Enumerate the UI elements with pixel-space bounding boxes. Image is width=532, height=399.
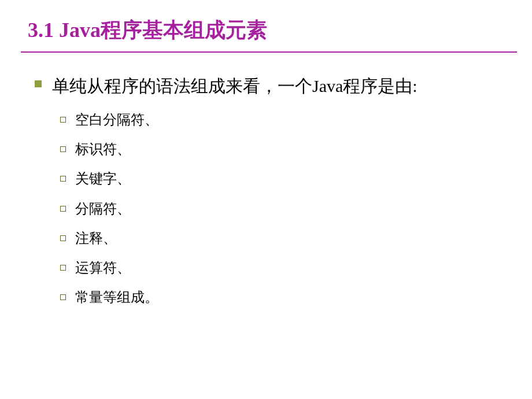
list-item: 运算符、 bbox=[60, 259, 509, 277]
main-item-text: 单纯从程序的语法组成来看，一个Java程序是由: bbox=[52, 71, 418, 101]
title-underline bbox=[21, 51, 517, 53]
slide-title: 3.1 Java程序基本组成元素 bbox=[28, 16, 509, 45]
list-item: 关键字、 bbox=[60, 170, 509, 188]
list-item: 注释、 bbox=[60, 230, 509, 247]
sub-list: 空白分隔符、 标识符、 关键字、 分隔符、 注释、 运算符、 常量等组成。 bbox=[28, 111, 509, 306]
hollow-square-bullet-icon bbox=[60, 176, 66, 182]
list-item: 常量等组成。 bbox=[60, 289, 509, 306]
sub-item-text: 运算符、 bbox=[75, 259, 131, 277]
hollow-square-bullet-icon bbox=[60, 294, 66, 300]
sub-item-text: 标识符、 bbox=[75, 141, 131, 158]
hollow-square-bullet-icon bbox=[60, 265, 66, 271]
sub-item-text: 空白分隔符、 bbox=[75, 111, 158, 129]
list-item: 空白分隔符、 bbox=[60, 111, 509, 129]
slide-container: 3.1 Java程序基本组成元素 单纯从程序的语法组成来看，一个Java程序是由… bbox=[0, 0, 532, 399]
hollow-square-bullet-icon bbox=[60, 146, 66, 152]
list-item: 分隔符、 bbox=[60, 200, 509, 218]
main-list-item: 单纯从程序的语法组成来看，一个Java程序是由: bbox=[35, 71, 509, 101]
hollow-square-bullet-icon bbox=[60, 206, 66, 212]
square-bullet-icon bbox=[35, 80, 42, 87]
hollow-square-bullet-icon bbox=[60, 117, 66, 123]
sub-item-text: 关键字、 bbox=[75, 170, 131, 188]
sub-item-text: 常量等组成。 bbox=[75, 289, 158, 306]
hollow-square-bullet-icon bbox=[60, 235, 66, 241]
sub-item-text: 注释、 bbox=[75, 230, 117, 247]
list-item: 标识符、 bbox=[60, 141, 509, 158]
main-list: 单纯从程序的语法组成来看，一个Java程序是由: bbox=[28, 71, 509, 101]
sub-item-text: 分隔符、 bbox=[75, 200, 131, 218]
